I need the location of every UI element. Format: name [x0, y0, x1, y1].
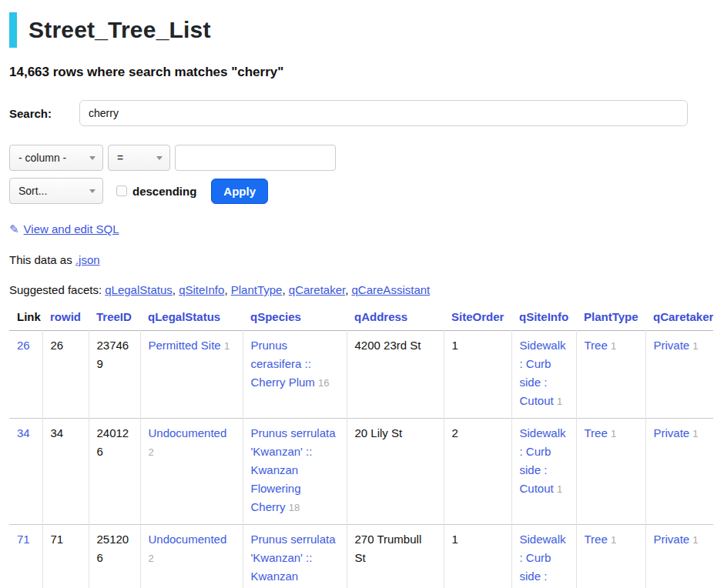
facet-value-link[interactable]: Tree — [585, 426, 608, 439]
column-header-qlegalstatus: qLegalStatus — [140, 307, 243, 331]
facet-value-link[interactable]: Tree — [585, 533, 608, 546]
cell-qsiteinfo: Sidewalk: Curb side : Cutout 1 — [511, 331, 576, 419]
cell-siteorder: 1 — [444, 525, 511, 588]
facet-count: 1 — [224, 340, 230, 352]
cell-planttype: Tree 1 — [576, 525, 645, 588]
search-label: Search: — [9, 107, 79, 120]
column-header-qsiteinfo-link[interactable]: qSiteInfo — [519, 310, 568, 323]
facet-count: 18 — [289, 502, 300, 513]
facet-link-qlegalstatus[interactable]: qLegalStatus — [105, 283, 173, 296]
cell-planttype: Tree 1 — [576, 331, 645, 419]
column-header-treeid-link[interactable]: TreeID — [96, 310, 132, 323]
facet-value-link[interactable]: Permitted Site — [149, 339, 221, 352]
column-header-siteorder-link[interactable]: SiteOrder — [451, 310, 504, 323]
json-link[interactable]: .json — [75, 253, 100, 266]
facet-count: 1 — [692, 340, 698, 352]
cell-rowid: 34 — [42, 419, 89, 525]
column-header-siteorder: SiteOrder — [444, 307, 511, 331]
page-title-text: Street_Tree_List — [28, 17, 211, 42]
facet-value-link[interactable]: Prunus serrulata 'Kwanzan' :: Kwanzan Fl… — [251, 426, 336, 513]
search-input[interactable] — [79, 100, 688, 126]
filter-value-input[interactable] — [175, 145, 336, 171]
facet-count: 2 — [149, 446, 154, 458]
facet-value-link[interactable]: Tree — [585, 339, 608, 352]
facets-prefix: Suggested facets: — [9, 283, 105, 296]
cell-qaddress: 270 Trumbull St — [347, 525, 444, 588]
row-detail-link[interactable]: 71 — [17, 533, 30, 546]
column-header-rowid: rowid — [42, 307, 89, 331]
cell-qaddress: 4200 23rd St — [347, 331, 444, 419]
cell-qspecies: Prunus serrulata 'Kwanzan' :: Kwanzan Fl… — [243, 525, 347, 588]
cell-qlegalstatus: Undocumented 2 — [140, 419, 243, 525]
facet-count: 1 — [611, 534, 616, 546]
facet-value-link[interactable]: Private — [654, 533, 690, 546]
cell-link: 71 — [9, 525, 42, 588]
column-header-rowid-link[interactable]: rowid — [50, 310, 81, 323]
facet-link-qsiteinfo[interactable]: qSiteInfo — [179, 283, 224, 296]
column-header-qspecies: qSpecies — [243, 307, 347, 331]
cell-qspecies: Prunus cerasifera :: Cherry Plum 16 — [243, 331, 347, 419]
descending-option: descending — [116, 185, 196, 198]
facet-value-link[interactable]: Private — [654, 339, 690, 352]
cell-treeid: 240126 — [89, 419, 140, 525]
facet-value-link[interactable]: Undocumented — [149, 533, 227, 546]
page-title: Street_Tree_List — [9, 12, 715, 48]
filter-column-select[interactable]: - column - — [9, 145, 103, 171]
filter-operator-select[interactable]: = — [108, 145, 170, 171]
column-header-qcaretaker: qCaretaker — [645, 307, 713, 331]
column-header-treeid: TreeID — [89, 307, 140, 331]
sort-select[interactable]: Sort... — [9, 178, 103, 204]
chevron-down-icon — [89, 189, 96, 193]
facet-link-qcareassistant[interactable]: qCareAssistant — [352, 283, 431, 296]
chevron-down-icon — [89, 156, 96, 160]
table-row: 71 71 251206 Undocumented 2 Prunus serru… — [9, 525, 713, 588]
apply-button[interactable]: Apply — [211, 179, 268, 204]
column-header-qlegalstatus-link[interactable]: qLegalStatus — [148, 310, 220, 323]
search-form: Search: — [9, 100, 715, 126]
column-header-qspecies-link[interactable]: qSpecies — [250, 310, 301, 323]
facet-value-link[interactable]: Private — [654, 426, 690, 439]
filter-row: - column - = — [9, 145, 715, 171]
cell-treeid: 237469 — [89, 331, 140, 419]
cell-qsiteinfo: Sidewalk: Curb side : Cutout 1 — [511, 525, 576, 588]
view-edit-sql-line: ✎View and edit SQL — [9, 222, 715, 236]
facet-link-qcaretaker[interactable]: qCaretaker — [289, 283, 345, 296]
facet-link-planttype[interactable]: PlantType — [231, 283, 283, 296]
facet-value-link[interactable]: Undocumented — [149, 426, 227, 439]
cell-qcaretaker: Private 1 — [645, 419, 713, 525]
facet-count: 1 — [692, 428, 698, 439]
cell-siteorder: 2 — [444, 419, 511, 525]
facet-count: 1 — [557, 483, 562, 495]
cell-qcaretaker: Private 1 — [645, 525, 713, 588]
facet-count: 1 — [611, 428, 616, 439]
descending-label: descending — [132, 185, 196, 198]
cell-link: 34 — [9, 419, 42, 525]
view-edit-sql-link[interactable]: View and edit SQL — [24, 222, 119, 236]
table-row: 26 26 237469 Permitted Site 1 Prunus cer… — [9, 331, 713, 419]
facet-value-link[interactable]: Sidewalk: Curb side : Cutout — [520, 533, 566, 588]
column-header-planttype-link[interactable]: PlantType — [584, 310, 639, 323]
column-header-qaddress-link[interactable]: qAddress — [354, 310, 407, 323]
facet-count: 16 — [318, 377, 329, 389]
column-header-qcaretaker-link[interactable]: qCaretaker — [653, 310, 713, 323]
filter-operator-value: = — [117, 152, 123, 164]
facet-value-link[interactable]: Prunus cerasifera :: Cherry Plum — [251, 339, 315, 389]
pencil-icon: ✎ — [9, 222, 19, 236]
facet-value-link[interactable]: Prunus serrulata 'Kwanzan' :: Kwanzan Fl… — [251, 533, 336, 588]
column-header-planttype: PlantType — [576, 307, 645, 331]
table-header-row: Link rowid TreeID qLegalStatus qSpecies … — [9, 307, 713, 331]
facet-count: 1 — [692, 534, 698, 546]
sort-select-value: Sort... — [18, 185, 47, 197]
cell-treeid: 251206 — [89, 525, 140, 588]
row-detail-link[interactable]: 34 — [17, 426, 30, 439]
descending-checkbox[interactable] — [116, 185, 127, 196]
cell-qcaretaker: Private 1 — [645, 331, 713, 419]
data-as-prefix: This data as — [9, 253, 75, 266]
column-header-qsiteinfo: qSiteInfo — [511, 307, 576, 331]
facet-count: 1 — [557, 396, 562, 407]
facet-count: 1 — [611, 340, 616, 352]
sort-row: Sort... descending Apply — [9, 178, 715, 204]
cell-qsiteinfo: Sidewalk: Curb side : Cutout 1 — [511, 419, 576, 525]
data-as-line: This data as .json — [9, 253, 715, 266]
row-detail-link[interactable]: 26 — [17, 339, 30, 352]
